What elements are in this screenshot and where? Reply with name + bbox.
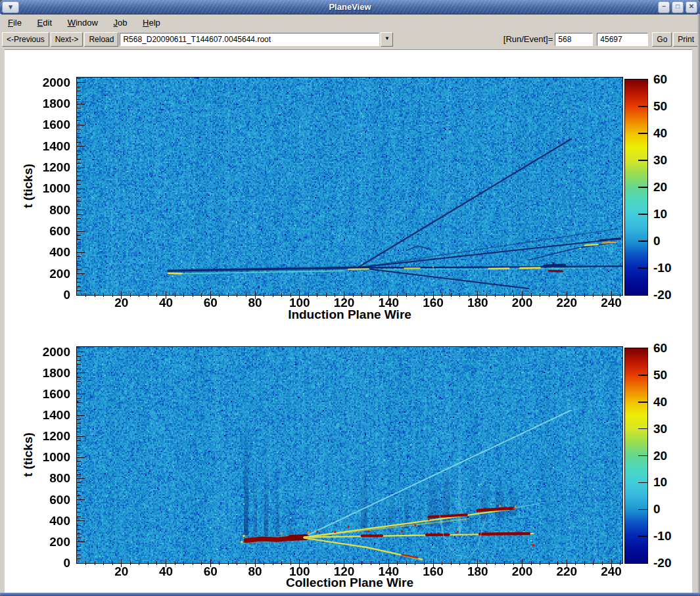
y-minor-tick-mark bbox=[77, 154, 81, 155]
close-button[interactable]: ✕ bbox=[686, 1, 697, 13]
y-tick-label: 600 bbox=[24, 493, 70, 507]
x-minor-tick-mark bbox=[442, 293, 442, 297]
colorbar-tick-label: 0 bbox=[653, 502, 661, 516]
x-minor-tick-mark bbox=[459, 561, 460, 565]
y-minor-tick-mark bbox=[77, 423, 81, 424]
y-tick-label: 1000 bbox=[24, 181, 70, 196]
y-minor-tick-mark bbox=[77, 265, 81, 265]
y-minor-tick-mark bbox=[77, 504, 81, 505]
y-minor-tick-mark bbox=[77, 99, 81, 100]
colorbar-tick-mark bbox=[638, 133, 647, 134]
go-button[interactable]: Go bbox=[652, 32, 672, 47]
y-minor-tick-mark bbox=[77, 407, 81, 407]
x-tick-label: 120 bbox=[334, 564, 355, 579]
x-minor-tick-mark bbox=[139, 293, 139, 297]
reload-button[interactable]: Reload bbox=[84, 32, 118, 47]
x-minor-tick-mark bbox=[219, 293, 220, 297]
y-minor-tick-mark bbox=[77, 282, 81, 283]
x-minor-tick-mark bbox=[237, 561, 237, 565]
y-minor-tick-mark bbox=[77, 508, 81, 509]
next-button[interactable]: Next-> bbox=[51, 32, 83, 47]
y-tick-mark bbox=[77, 415, 85, 416]
x-minor-tick-mark bbox=[442, 561, 442, 565]
y-tick-label: 1800 bbox=[24, 97, 70, 111]
y-tick-mark bbox=[77, 295, 85, 296]
x-minor-tick-mark bbox=[531, 561, 532, 565]
y-minor-tick-mark bbox=[77, 550, 81, 551]
menu-window[interactable]: Window bbox=[65, 17, 101, 28]
y-minor-tick-mark bbox=[77, 256, 81, 257]
colorbar-tick-label: 10 bbox=[653, 207, 667, 221]
y-minor-tick-mark bbox=[77, 120, 81, 121]
x-minor-tick-mark bbox=[459, 293, 460, 297]
x-tick-label: 40 bbox=[159, 564, 173, 579]
y-tick-mark bbox=[77, 252, 85, 253]
y-minor-tick-mark bbox=[77, 428, 81, 428]
y-minor-tick-mark bbox=[77, 512, 81, 513]
x-minor-tick-mark bbox=[139, 561, 139, 565]
x-minor-tick-mark bbox=[308, 561, 309, 565]
induction-plane-heatmap[interactable] bbox=[76, 77, 623, 296]
colorbar-tick-label: 60 bbox=[653, 72, 667, 87]
event-input[interactable] bbox=[597, 33, 648, 46]
x-minor-tick-mark bbox=[95, 293, 95, 297]
y-tick-mark bbox=[77, 82, 85, 83]
menu-job[interactable]: Job bbox=[111, 17, 130, 28]
y-minor-tick-mark bbox=[77, 559, 81, 559]
y-minor-tick-mark bbox=[77, 108, 81, 108]
previous-button[interactable]: <-Previous bbox=[2, 32, 49, 47]
collection-plane-heatmap[interactable] bbox=[76, 346, 623, 564]
x-minor-tick-mark bbox=[112, 293, 113, 297]
x-tick-label: 200 bbox=[512, 564, 533, 579]
menu-help[interactable]: Help bbox=[140, 17, 163, 28]
x-minor-tick-mark bbox=[353, 561, 354, 565]
y-tick-mark bbox=[77, 520, 85, 521]
minimize-button[interactable]: – bbox=[658, 1, 670, 13]
x-minor-tick-mark bbox=[557, 293, 558, 297]
x-minor-tick-mark bbox=[326, 293, 327, 297]
file-combobox-dropdown-button[interactable]: ▼ bbox=[381, 32, 393, 47]
x-minor-tick-mark bbox=[335, 293, 335, 297]
y-minor-tick-mark bbox=[77, 466, 81, 467]
y-tick-label: 1800 bbox=[24, 366, 70, 380]
run-input[interactable] bbox=[555, 33, 593, 46]
y-minor-tick-mark bbox=[77, 184, 81, 185]
y-minor-tick-mark bbox=[77, 172, 81, 172]
y-minor-tick-mark bbox=[77, 95, 81, 96]
x-minor-tick-mark bbox=[281, 561, 282, 565]
y-tick-label: 400 bbox=[24, 245, 70, 260]
y-tick-label: 2000 bbox=[24, 345, 70, 359]
colorbar-tick-label: 30 bbox=[653, 153, 667, 168]
y-minor-tick-mark bbox=[77, 525, 81, 526]
x-tick-label: 140 bbox=[378, 296, 399, 310]
x-minor-tick-mark bbox=[451, 561, 452, 565]
y-tick-mark bbox=[77, 168, 85, 168]
menu-file[interactable]: File bbox=[5, 17, 24, 28]
titlebar[interactable]: ▾ PlaneView – □ ✕ bbox=[0, 0, 700, 14]
colorbar-tick-label: 20 bbox=[653, 180, 667, 195]
colorbar-tick-mark bbox=[638, 536, 647, 537]
y-minor-tick-mark bbox=[77, 87, 81, 87]
x-minor-tick-mark bbox=[549, 561, 549, 565]
x-minor-tick-mark bbox=[201, 293, 202, 297]
print-button[interactable]: Print bbox=[673, 32, 699, 47]
y-tick-label: 200 bbox=[24, 535, 70, 549]
y-minor-tick-mark bbox=[77, 150, 81, 151]
x-minor-tick-mark bbox=[531, 293, 532, 297]
x-minor-tick-mark bbox=[273, 293, 273, 297]
x-minor-tick-mark bbox=[584, 561, 585, 565]
y-minor-tick-mark bbox=[77, 78, 81, 79]
y-tick-label: 1200 bbox=[24, 429, 70, 444]
colorbar-tick-mark bbox=[638, 187, 647, 188]
file-combobox-input[interactable] bbox=[120, 33, 379, 46]
menu-edit[interactable]: Edit bbox=[35, 17, 55, 28]
x-minor-tick-mark bbox=[593, 561, 594, 565]
y-minor-tick-mark bbox=[77, 239, 81, 240]
x-minor-tick-mark bbox=[397, 293, 398, 297]
y-minor-tick-mark bbox=[77, 445, 81, 446]
y-tick-label: 1000 bbox=[24, 450, 70, 465]
y-minor-tick-mark bbox=[77, 461, 81, 462]
x-tick-label: 40 bbox=[159, 296, 173, 310]
x-minor-tick-mark bbox=[264, 561, 264, 565]
maximize-button[interactable]: □ bbox=[672, 1, 684, 13]
